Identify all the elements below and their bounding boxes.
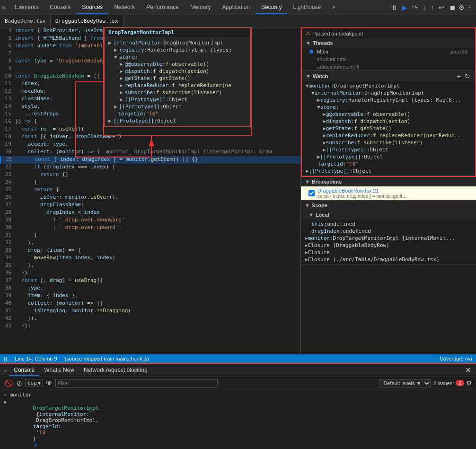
expand-icon[interactable]: ▶ [108, 118, 112, 124]
expand-icon[interactable]: ▶ [317, 97, 320, 103]
local-expand-icon[interactable]: ▼ [309, 212, 314, 218]
top-dropdown-icon[interactable]: ▼ [38, 380, 41, 386]
watch-row-targetid: targetId: "T0" [306, 160, 471, 167]
step-over-btn[interactable]: ↷ [410, 3, 420, 12]
tab-more[interactable]: » [326, 1, 341, 14]
tooltip-popup: DropTargetMonitorImpl ▶ internalMonitor:… [104, 27, 251, 127]
tooltip-header: DropTargetMonitorImpl [105, 28, 250, 37]
expand-icon[interactable]: ▶ [323, 125, 326, 132]
info-icon[interactable]: ℹ [35, 442, 37, 448]
tab-console[interactable]: Console [44, 1, 76, 14]
step-out-btn[interactable]: ↑ [429, 3, 436, 12]
resume-btn[interactable]: ▶ [400, 3, 409, 12]
expand-icon[interactable]: ▶ [305, 249, 308, 255]
expand-icon[interactable]: ▶ [323, 111, 326, 117]
expand-icon[interactable]: ▶ [108, 40, 112, 46]
default-levels-select[interactable]: Default levels ▼ [379, 379, 431, 387]
scope-local-header[interactable]: ▼ Local [301, 210, 476, 220]
threads-header[interactable]: ▼ Threads [302, 38, 475, 48]
expand-icon[interactable]: ▼ [114, 54, 117, 60]
step-btn[interactable]: ↩ [437, 3, 446, 12]
top-selector[interactable]: top ▼ [25, 379, 43, 387]
clear-console-btn[interactable]: 🚫 [4, 380, 14, 387]
watch-add-btn[interactable]: + [456, 73, 462, 79]
expand-icon[interactable]: ▶ [114, 47, 117, 53]
close-console-btn[interactable]: ✕ [464, 367, 472, 374]
console-tab-console[interactable]: Console [9, 365, 39, 376]
expand-icon[interactable]: ▶ [120, 61, 123, 67]
expand-icon[interactable]: ▶ [120, 89, 123, 96]
watch-row-replacereducer: ▶ replaceReducer: f replaceReducer(nextR… [306, 132, 471, 139]
expand-icon[interactable]: ▶ [114, 104, 117, 110]
expand-icon[interactable]: ▶ [305, 242, 308, 248]
threads-expand-icon[interactable]: ▼ [306, 40, 311, 46]
tab-network[interactable]: Network [108, 1, 141, 14]
threads-section: ▼ Threads Main paused sources.html audio… [302, 38, 475, 71]
watch-header[interactable]: ▼ Watch + ↻ [302, 71, 475, 81]
expand-icon[interactable]: ▼ [311, 90, 315, 96]
tooltip-row: ▼ store: [108, 53, 247, 61]
file-tab-badge-label: BadgeDemo.tsx [5, 18, 45, 24]
expand-icon[interactable]: ▶ [120, 68, 123, 74]
file-tab-badge[interactable]: BadgeDemo.tsx [0, 15, 51, 27]
expand-icon[interactable]: ▶ [323, 140, 326, 146]
console-gear-btn[interactable]: ⚙ [466, 379, 472, 387]
pause-btn[interactable]: ⏸ [389, 3, 399, 12]
code-area[interactable]: DropTargetMonitorImpl ▶ internalMonitor:… [0, 27, 300, 354]
expand-icon[interactable]: ▶ [4, 399, 7, 405]
stop-btn[interactable]: ⊘ [16, 380, 23, 387]
more-btn[interactable]: ⋮ [466, 4, 474, 11]
eye-btn[interactable]: 👁 [45, 380, 53, 387]
expand-icon[interactable]: ▶ [305, 235, 308, 241]
expand-icon[interactable]: ▼ [317, 104, 320, 110]
expand-icon[interactable]: ▶ [120, 75, 123, 81]
tab-sources[interactable]: Sources [76, 1, 108, 14]
source-panel[interactable]: DropTargetMonitorImpl ▶ internalMonitor:… [0, 27, 301, 354]
expand-icon[interactable]: ▶ [323, 118, 326, 124]
tooltip-row: ▶ getState: f getState() [108, 75, 247, 82]
console-tab-whatsnew[interactable]: What's New [39, 365, 79, 376]
breakpoints-expand-icon[interactable]: ▼ [305, 179, 310, 185]
file-tab-draggable[interactable]: DraggableBodyRow.tsx [51, 15, 123, 27]
expand-icon[interactable]: ▶ [306, 168, 309, 174]
watch-row-dispatch: ▶ dispatch: f dispatch(action) [306, 118, 471, 125]
watch-row-monitor: ▼ monitor: DropTargetMonitorImpl [306, 82, 471, 89]
expand-icon[interactable]: ▶ [323, 147, 326, 153]
expand-icon[interactable]: ▶ [323, 132, 326, 139]
watch-row-internal: ▼ internalMonitor: DragDropMonitorImpl [306, 89, 471, 97]
console-filter-input[interactable] [55, 379, 218, 387]
expand-icon[interactable]: ▶ [305, 256, 308, 263]
tab-lighthouse[interactable]: Lighthouse [287, 1, 326, 14]
console-body[interactable]: > monitor ▶ DropTargetMonitorImpl {inter… [0, 389, 476, 449]
tooltip-row: ▶ dispatch: f dispatch(action) [108, 68, 247, 75]
console-tab-network-blocking[interactable]: Network request blocking [79, 365, 152, 376]
breakpoints-header[interactable]: ▼ Breakpoints [301, 177, 476, 186]
tab-security[interactable]: Security [256, 1, 287, 14]
close-console-icon[interactable]: ✕ [4, 367, 7, 374]
tab-memory[interactable]: Memory [185, 1, 216, 14]
tab-application[interactable]: Application [216, 1, 256, 14]
watch-row-proto2: ▶ [[Prototype]]: Object [306, 153, 471, 160]
expand-icon[interactable]: ▶ [120, 97, 123, 103]
tab-performance[interactable]: Performance [141, 1, 185, 14]
breakpoint-checkbox[interactable] [309, 190, 315, 196]
expand-icon[interactable]: ▶ [317, 154, 320, 160]
watch-row-observable: ▶ @@observable: f observable() [306, 111, 471, 118]
deactivate-btn[interactable]: ⏹ [447, 3, 458, 12]
scope-expand-icon[interactable]: ▼ [305, 202, 310, 208]
settings-btn[interactable]: ⚙ [458, 4, 466, 11]
tab-elements[interactable]: Elements [9, 1, 44, 14]
scope-header[interactable]: ▼ Scope [301, 201, 476, 210]
status-coverage: Coverage: n/a [440, 356, 472, 361]
code-line-41: 41 isDragging: monitor.isDragging( [0, 308, 300, 315]
breakpoints-section: ▼ Breakpoints DraggableBodyRow.tsx:21 co… [301, 177, 476, 201]
expand-icon[interactable]: ▼ [306, 83, 309, 89]
watch-refresh-btn[interactable]: ↻ [464, 73, 471, 79]
scope-section: ▼ Scope ▼ Local this: undefined dragInde… [301, 201, 476, 264]
watch-expand-icon[interactable]: ▼ [306, 73, 311, 79]
expand-icon[interactable]: ▶ [120, 82, 123, 88]
issues-badge[interactable]: 2 [456, 380, 464, 386]
scope-dragindex: dragIndex: undefined [305, 228, 472, 235]
step-into-btn[interactable]: ↓ [421, 3, 428, 12]
watch-row-getstate: ▶ getState: f getState() [306, 125, 471, 132]
